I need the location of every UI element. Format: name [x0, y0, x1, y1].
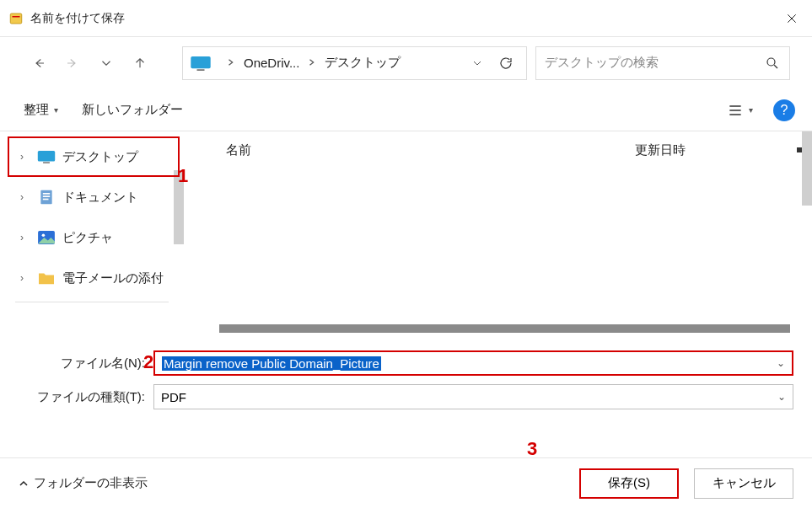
new-folder-button[interactable]: 新しいフォルダー	[82, 102, 183, 118]
organize-label: 整理	[24, 102, 49, 118]
new-folder-label: 新しいフォルダー	[82, 102, 183, 118]
chevron-right-icon	[227, 57, 235, 69]
tree-item-pictures[interactable]: › ピクチャ	[0, 217, 184, 258]
column-date[interactable]: 更新日時	[635, 142, 787, 158]
save-label: 保存(S)	[608, 475, 650, 491]
monitor-icon	[190, 55, 212, 72]
column-name[interactable]: 名前	[226, 142, 635, 158]
window-title: 名前を付けて保存	[30, 11, 125, 26]
save-button[interactable]: 保存(S)	[579, 468, 679, 499]
tree-label: ピクチャ	[62, 230, 113, 246]
svg-rect-2	[191, 56, 210, 67]
annotation-number-3: 3	[527, 438, 537, 460]
svg-rect-5	[38, 151, 55, 162]
filetype-select[interactable]: PDF ⌄	[153, 384, 793, 409]
chevron-up-icon	[19, 479, 29, 489]
crumb-onedrive[interactable]: OneDriv...	[244, 56, 299, 70]
horizontal-scrollbar[interactable]	[219, 324, 790, 333]
filename-label: ファイル名(N):	[19, 356, 153, 372]
recent-dropdown[interactable]	[89, 46, 123, 80]
refresh-button[interactable]	[494, 56, 518, 71]
search-input[interactable]: デスクトップの検索	[535, 46, 790, 80]
save-fields: ファイル名(N): Margin remove Public Domain_Pi…	[0, 340, 812, 414]
svg-rect-1	[13, 16, 20, 18]
svg-rect-9	[43, 195, 50, 197]
folder-icon	[37, 270, 56, 286]
tree-label: デスクトップ	[62, 149, 138, 165]
chevron-right-icon: ›	[20, 191, 30, 203]
hide-folders-label: フォルダーの非表示	[34, 475, 148, 491]
tree-label: 電子メールの添付	[62, 270, 164, 286]
monitor-icon	[37, 148, 56, 165]
forward-button[interactable]	[56, 46, 89, 80]
picture-icon	[37, 229, 56, 246]
filename-input[interactable]: Margin remove Public Domain_Picture ⌄	[153, 350, 793, 376]
svg-rect-3	[197, 69, 205, 71]
nav-row: OneDriv... デスクトップ デスクトップの検索	[0, 37, 812, 89]
divider	[15, 302, 169, 302]
folder-tree: › デスクトップ › ドキュメント › ピクチャ › 電子メールの添付	[0, 131, 184, 340]
chevron-right-icon	[308, 57, 316, 69]
filetype-label: ファイルの種類(T):	[19, 389, 153, 405]
back-button[interactable]	[22, 46, 56, 80]
view-menu[interactable]: ▾	[727, 102, 753, 119]
column-headers: 名前 更新日時	[184, 131, 812, 168]
annotation-number-2: 2	[143, 351, 153, 373]
organize-menu[interactable]: 整理 ▾	[24, 102, 58, 118]
svg-point-12	[42, 234, 46, 238]
chevron-right-icon: ›	[20, 151, 30, 163]
svg-rect-10	[43, 199, 49, 201]
vertical-scrollbar[interactable]	[802, 131, 812, 340]
cancel-label: キャンセル	[713, 475, 776, 491]
chevron-down-icon[interactable]: ⌄	[777, 391, 786, 403]
filetype-value: PDF	[161, 390, 186, 404]
file-list: 名前 更新日時	[184, 131, 812, 340]
list-view-icon	[727, 102, 744, 119]
hide-folders-toggle[interactable]: フォルダーの非表示	[19, 475, 148, 491]
toolbar: 整理 ▾ 新しいフォルダー ▾ ?	[0, 89, 812, 131]
svg-rect-6	[43, 162, 50, 163]
tree-item-desktop[interactable]: › デスクトップ	[0, 136, 184, 177]
search-icon	[764, 56, 781, 71]
tree-item-documents[interactable]: › ドキュメント	[0, 177, 184, 217]
tree-label: ドキュメント	[62, 190, 138, 206]
chevron-down-icon[interactable]: ⌄	[777, 357, 785, 369]
svg-point-4	[767, 58, 775, 66]
annotation-number-1: 1	[178, 165, 188, 187]
svg-rect-8	[43, 193, 50, 195]
chevron-down-icon: ▾	[54, 105, 58, 115]
main-area: › デスクトップ › ドキュメント › ピクチャ › 電子メールの添付 名前 更…	[0, 131, 812, 340]
breadcrumb-dropdown[interactable]	[465, 56, 489, 70]
titlebar: 名前を付けて保存	[0, 0, 812, 37]
help-button[interactable]: ?	[773, 99, 795, 121]
chevron-right-icon: ›	[20, 272, 30, 284]
up-button[interactable]	[123, 46, 157, 80]
bottom-bar: フォルダーの非表示 保存(S) キャンセル	[0, 457, 812, 508]
crumb-desktop[interactable]: デスクトップ	[325, 55, 401, 71]
document-icon	[37, 189, 56, 206]
search-placeholder: デスクトップの検索	[545, 55, 764, 71]
filename-value: Margin remove Public Domain_Picture	[162, 356, 381, 371]
tree-item-email-attachments[interactable]: › 電子メールの添付	[0, 258, 184, 298]
breadcrumb[interactable]: OneDriv... デスクトップ	[182, 46, 527, 80]
chevron-down-icon: ▾	[749, 105, 753, 115]
cancel-button[interactable]: キャンセル	[694, 468, 793, 499]
svg-rect-0	[10, 13, 22, 24]
close-button[interactable]	[772, 0, 812, 37]
chevron-right-icon: ›	[20, 232, 30, 243]
app-icon	[8, 11, 24, 26]
